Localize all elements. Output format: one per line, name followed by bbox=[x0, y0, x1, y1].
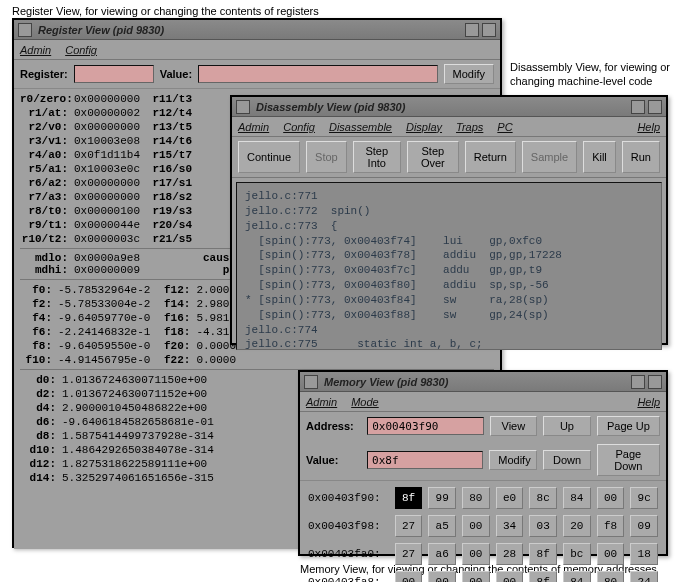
minimize-icon[interactable] bbox=[465, 23, 479, 37]
stepover-button[interactable]: Step Over bbox=[407, 141, 459, 173]
mem-byte[interactable]: 00 bbox=[597, 543, 625, 565]
minimize-icon[interactable] bbox=[631, 375, 645, 389]
mem-byte[interactable]: 84 bbox=[563, 487, 591, 509]
reg-row[interactable]: r6/a2:0x00000000 bbox=[20, 177, 140, 189]
run-button[interactable]: Run bbox=[622, 141, 660, 173]
menu-pc[interactable]: PC bbox=[497, 121, 512, 133]
mem-byte[interactable]: 00 bbox=[462, 543, 490, 565]
reg-row[interactable]: r19/s3 bbox=[144, 205, 192, 217]
mem-byte[interactable]: 27 bbox=[395, 543, 423, 565]
up-button[interactable]: Up bbox=[543, 416, 591, 436]
view-button[interactable]: View bbox=[490, 416, 538, 436]
reg-row[interactable]: r12/t4 bbox=[144, 107, 192, 119]
reg-row[interactable]: r0/zero:0x00000000 bbox=[20, 93, 140, 105]
down-button[interactable]: Down bbox=[543, 450, 591, 470]
freg-row[interactable]: f10:-4.91456795e-0 bbox=[20, 354, 150, 366]
reg-row[interactable]: r11/t3 bbox=[144, 93, 192, 105]
mem-byte[interactable]: 28 bbox=[496, 543, 524, 565]
mem-byte[interactable]: 9c bbox=[630, 487, 658, 509]
freg-row[interactable]: f6:-2.24146832e-1 bbox=[20, 326, 150, 338]
sysmenu-icon[interactable] bbox=[304, 375, 318, 389]
mem-byte[interactable]: 03 bbox=[529, 515, 557, 537]
reg-row[interactable]: r3/v1:0x10003e08 bbox=[20, 135, 140, 147]
mem-byte[interactable]: 00 bbox=[395, 571, 423, 582]
reg-row[interactable]: r20/s4 bbox=[144, 219, 192, 231]
menu-disassemble[interactable]: Disassemble bbox=[329, 121, 392, 133]
register-titlebar[interactable]: Register View (pid 9830) bbox=[14, 20, 500, 40]
mem-byte[interactable]: f8 bbox=[597, 515, 625, 537]
mem-byte[interactable]: 00 bbox=[462, 571, 490, 582]
modify-button[interactable]: Modify bbox=[489, 450, 537, 470]
reg-row[interactable]: r10/t2:0x0000003c bbox=[20, 233, 140, 245]
stepinto-button[interactable]: Step Into bbox=[353, 141, 401, 173]
reg-row[interactable]: r1/at:0x00000002 bbox=[20, 107, 140, 119]
mem-byte[interactable]: 80 bbox=[462, 487, 490, 509]
mem-byte[interactable]: 34 bbox=[496, 515, 524, 537]
register-name-input[interactable] bbox=[74, 65, 154, 83]
mem-byte[interactable]: bc bbox=[563, 543, 591, 565]
reg-row[interactable]: r9/t1:0x0000044e bbox=[20, 219, 140, 231]
value-input[interactable]: 0x8f bbox=[367, 451, 483, 469]
mem-byte[interactable]: 09 bbox=[630, 515, 658, 537]
mem-byte[interactable]: 00 bbox=[428, 571, 456, 582]
reg-row[interactable]: r21/s5 bbox=[144, 233, 192, 245]
maximize-icon[interactable] bbox=[482, 23, 496, 37]
maximize-icon[interactable] bbox=[648, 375, 662, 389]
mem-byte[interactable]: 20 bbox=[563, 515, 591, 537]
menu-help[interactable]: Help bbox=[637, 121, 660, 133]
mem-byte[interactable]: 27 bbox=[395, 515, 423, 537]
mem-byte[interactable]: 24 bbox=[630, 571, 658, 582]
menu-admin[interactable]: Admin bbox=[238, 121, 269, 133]
maximize-icon[interactable] bbox=[648, 100, 662, 114]
reg-row[interactable]: r5/a1:0x10003e0c bbox=[20, 163, 140, 175]
reg-row[interactable]: r15/t7 bbox=[144, 149, 192, 161]
address-input[interactable]: 0x00403f90 bbox=[367, 417, 483, 435]
freg-row[interactable]: f2:-5.78533004e-2 bbox=[20, 298, 150, 310]
menu-admin[interactable]: Admin bbox=[306, 396, 337, 408]
freg-row[interactable]: f4:-9.64059770e-0 bbox=[20, 312, 150, 324]
mem-byte[interactable]: a6 bbox=[428, 543, 456, 565]
menu-config[interactable]: Config bbox=[283, 121, 315, 133]
register-value-input[interactable] bbox=[198, 65, 438, 83]
reg-row[interactable]: r2/v0:0x00000000 bbox=[20, 121, 140, 133]
menu-display[interactable]: Display bbox=[406, 121, 442, 133]
sysmenu-icon[interactable] bbox=[18, 23, 32, 37]
menu-config[interactable]: Config bbox=[65, 44, 97, 56]
mem-titlebar[interactable]: Memory View (pid 9830) bbox=[300, 372, 666, 392]
minimize-icon[interactable] bbox=[631, 100, 645, 114]
kill-button[interactable]: Kill bbox=[583, 141, 616, 173]
mem-byte[interactable]: 8f bbox=[529, 571, 557, 582]
mem-byte[interactable]: 80 bbox=[597, 571, 625, 582]
menu-admin[interactable]: Admin bbox=[20, 44, 51, 56]
continue-button[interactable]: Continue bbox=[238, 141, 300, 173]
sample-button[interactable]: Sample bbox=[522, 141, 577, 173]
mem-byte[interactable]: a5 bbox=[428, 515, 456, 537]
freg-row[interactable]: f0:-5.78532964e-2 bbox=[20, 284, 150, 296]
menu-traps[interactable]: Traps bbox=[456, 121, 483, 133]
reg-row[interactable]: r13/t5 bbox=[144, 121, 192, 133]
pagedown-button[interactable]: Page Down bbox=[597, 444, 660, 476]
dis-titlebar[interactable]: Disassembly View (pid 9830) bbox=[232, 97, 666, 117]
mem-byte[interactable]: 00 bbox=[496, 571, 524, 582]
modify-button[interactable]: Modify bbox=[444, 64, 494, 84]
freg-row[interactable]: f22:0.0000 bbox=[158, 354, 288, 366]
sysmenu-icon[interactable] bbox=[236, 100, 250, 114]
mem-byte[interactable]: 84 bbox=[563, 571, 591, 582]
disassembly-listing[interactable]: jello.c:771 jello.c:772 spin() jello.c:7… bbox=[236, 182, 662, 350]
mem-byte[interactable]: e0 bbox=[496, 487, 524, 509]
reg-row[interactable]: r17/s1 bbox=[144, 177, 192, 189]
freg-row[interactable]: f8:-9.64059550e-0 bbox=[20, 340, 150, 352]
menu-mode[interactable]: Mode bbox=[351, 396, 379, 408]
reg-row[interactable]: r7/a3:0x00000000 bbox=[20, 191, 140, 203]
mem-byte[interactable]: 00 bbox=[462, 515, 490, 537]
stop-button[interactable]: Stop bbox=[306, 141, 347, 173]
mem-byte[interactable]: 00 bbox=[597, 487, 625, 509]
reg-row[interactable]: r16/s0 bbox=[144, 163, 192, 175]
reg-row[interactable]: r8/t0:0x00000100 bbox=[20, 205, 140, 217]
mem-byte[interactable]: 8f bbox=[529, 543, 557, 565]
mem-byte[interactable]: 99 bbox=[428, 487, 456, 509]
mem-byte[interactable]: 18 bbox=[630, 543, 658, 565]
mem-byte[interactable]: 8c bbox=[529, 487, 557, 509]
reg-row[interactable]: r4/a0:0x0f1d11b4 bbox=[20, 149, 140, 161]
pageup-button[interactable]: Page Up bbox=[597, 416, 660, 436]
